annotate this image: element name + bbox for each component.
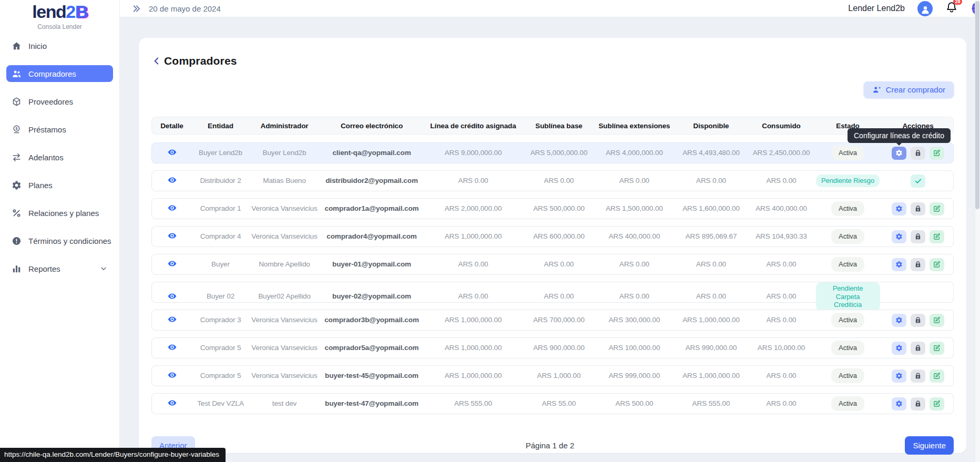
sidebar-item-planes[interactable]: Planes <box>6 177 113 193</box>
configure-credit-lines-button[interactable] <box>892 230 906 243</box>
credit-line-cell: ARS 1,000,000.00 <box>424 316 523 324</box>
available-cell: ARS 0.00 <box>673 260 749 269</box>
configure-credit-lines-button[interactable] <box>892 202 906 215</box>
detail-cell <box>152 258 192 270</box>
column-header: Sublínea base <box>523 122 595 130</box>
column-header: Administrador <box>249 122 320 130</box>
notifications-button[interactable]: 28 <box>945 1 958 16</box>
configure-credit-lines-button[interactable] <box>892 147 906 160</box>
column-header: Entidad <box>192 122 249 130</box>
configure-credit-lines-button[interactable] <box>892 369 906 383</box>
sidebar-item-proveedores[interactable]: Proveedores <box>6 93 113 110</box>
credit-line-cell: ARS 0.00 <box>424 260 523 269</box>
lock-button[interactable] <box>911 230 925 243</box>
sidebar-item-inicio[interactable]: Inicio <box>6 37 113 54</box>
view-detail-button[interactable] <box>167 230 178 241</box>
next-page-button[interactable]: Siguiente <box>905 436 954 455</box>
configure-credit-lines-button[interactable] <box>892 342 906 355</box>
table-row: Buyer Lend2bBuyer Lend2bclient-qa@yopmai… <box>151 142 954 163</box>
view-detail-button[interactable] <box>167 174 178 186</box>
status-badge: Activa <box>831 201 864 216</box>
admin-cell: Veronica Vansevicius <box>249 372 320 380</box>
status-cell: Activa <box>814 257 882 272</box>
view-detail-button[interactable] <box>167 397 178 408</box>
approve-button[interactable] <box>911 174 925 188</box>
detail-cell <box>152 397 192 409</box>
admin-cell: Buyer02 Apellido <box>249 292 320 301</box>
topbar-right: Lender Lend2b 28 <box>848 0 980 17</box>
edit-button[interactable] <box>930 147 944 160</box>
entity-cell: Buyer Lend2b <box>192 149 249 157</box>
gear-icon <box>12 180 22 190</box>
lock-button[interactable] <box>911 202 925 215</box>
status-badge: Activa <box>831 396 864 411</box>
available-cell: ARS 1,600,000.00 <box>673 204 749 213</box>
lock-button[interactable] <box>911 397 925 410</box>
detail-cell <box>152 202 192 214</box>
detail-cell <box>152 230 192 242</box>
consumed-cell: ARS 400,000.00 <box>749 204 814 213</box>
edit-button[interactable] <box>930 258 944 271</box>
view-detail-button[interactable] <box>167 369 178 381</box>
edit-button[interactable] <box>930 342 944 355</box>
lock-button[interactable] <box>911 258 925 271</box>
edit-button[interactable] <box>930 314 944 327</box>
column-header: Línea de crédito asignada <box>424 122 523 130</box>
consumed-cell: ARS 104,930.33 <box>749 232 814 241</box>
edit-button[interactable] <box>930 397 944 410</box>
available-cell: ARS 0.00 <box>673 177 749 185</box>
email-cell: comprador3b@yopmail.com <box>320 316 424 324</box>
back-chevron-icon[interactable] <box>151 56 162 66</box>
credit-line-cell: ARS 1,000,000.00 <box>424 232 523 241</box>
main-area: 20 de mayo de 2024 Lender Lend2b 28 <box>120 0 980 462</box>
consumed-cell: ARS 0.00 <box>749 177 814 185</box>
sidebar-item-terminos-y-condiciones[interactable]: Términos y condiciones <box>6 232 113 249</box>
sidebar-collapse-icon[interactable] <box>131 4 141 14</box>
subline-extensions-cell: ARS 0.00 <box>595 260 673 269</box>
sidebar-item-compradores[interactable]: Compradores <box>6 65 113 82</box>
lock-button[interactable] <box>911 314 925 327</box>
sidebar-item-label: Compradores <box>28 69 76 78</box>
scrollbar[interactable] <box>975 0 980 462</box>
subline-extensions-cell: ARS 0.00 <box>595 292 673 301</box>
status-badge: Activa <box>831 341 864 355</box>
status-cell: Activa <box>814 229 882 244</box>
configure-credit-lines-button[interactable] <box>892 397 906 410</box>
content-area: Compradores Crear comprador DetalleEntid… <box>120 17 980 462</box>
sidebar-item-prestamos[interactable]: $Préstamos <box>6 121 113 138</box>
lock-button[interactable] <box>911 342 925 355</box>
status-cell: Activa <box>814 201 882 216</box>
configure-credit-lines-button[interactable] <box>892 258 906 271</box>
view-detail-button[interactable] <box>167 342 178 353</box>
scrollbar-thumb[interactable] <box>975 1 979 209</box>
edit-button[interactable] <box>930 202 944 215</box>
edit-button[interactable] <box>930 230 944 243</box>
configure-credit-lines-button[interactable] <box>892 314 906 327</box>
subline-base-cell: ARS 0.00 <box>523 177 595 185</box>
credit-line-cell: ARS 1,000,000.00 <box>424 372 523 380</box>
home-icon <box>12 41 22 51</box>
email-cell: client-qa@yopmail.com <box>320 149 424 157</box>
view-detail-button[interactable] <box>167 258 178 269</box>
lock-button[interactable] <box>911 147 925 160</box>
lock-button[interactable] <box>911 369 925 383</box>
status-badge: Pendiente Carpeta Crediticia <box>816 282 880 311</box>
edit-button[interactable] <box>930 369 944 383</box>
view-detail-button[interactable] <box>167 147 178 158</box>
sidebar-item-reportes[interactable]: Reportes <box>6 260 113 277</box>
view-detail-button[interactable] <box>167 202 178 213</box>
actions-cell <box>882 342 954 355</box>
user-avatar[interactable] <box>917 1 933 16</box>
available-cell: ARS 1,000,000.00 <box>673 372 749 380</box>
available-cell: ARS 990,000.00 <box>673 344 749 352</box>
actions-cell <box>882 174 954 188</box>
table-row: Comprador 4Veronica Vanseviciuscomprador… <box>151 226 954 247</box>
subline-base-cell: ARS 0.00 <box>523 292 595 301</box>
view-detail-button[interactable] <box>167 314 178 325</box>
create-buyer-button[interactable]: Crear comprador <box>864 81 954 98</box>
actions-cell <box>882 230 954 243</box>
sidebar-item-adelantos[interactable]: Adelantos <box>6 149 113 166</box>
view-detail-button[interactable] <box>167 291 178 302</box>
sidebar-item-relaciones-y-planes[interactable]: Relaciones y planes <box>6 204 113 221</box>
subline-base-cell: ARS 5,000,000.00 <box>523 149 595 157</box>
